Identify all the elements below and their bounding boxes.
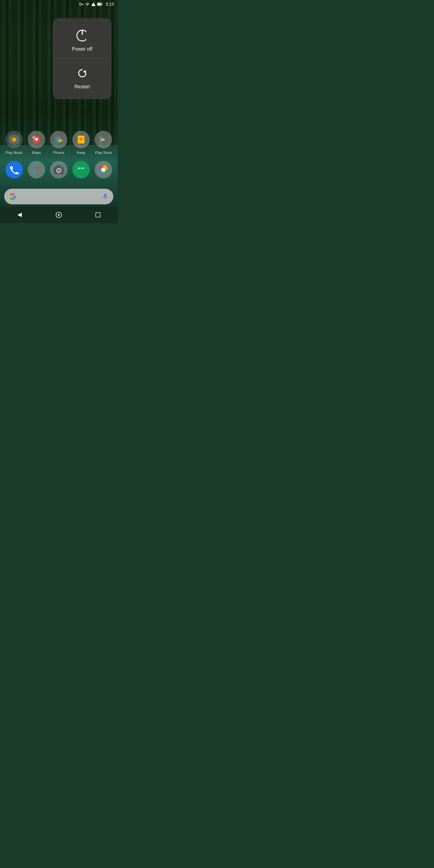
app-play-music[interactable]: Play Music <box>4 131 24 155</box>
svg-rect-48 <box>96 213 100 217</box>
chrome-icon <box>95 161 112 179</box>
power-off-label: Power off <box>72 46 92 52</box>
svg-point-14 <box>13 138 15 141</box>
status-bar: 5:15 <box>0 0 118 8</box>
camera-icon <box>50 161 67 179</box>
wifi-icon <box>85 2 90 6</box>
maps-icon: G <box>28 131 45 148</box>
power-off-button[interactable]: Power off <box>53 21 112 59</box>
keep-icon <box>72 131 90 148</box>
app-photos[interactable]: Photos <box>49 131 69 155</box>
app-chrome[interactable] <box>93 161 114 181</box>
search-bar[interactable] <box>4 189 113 204</box>
app-play-store[interactable]: Play Store <box>93 131 114 155</box>
recents-button[interactable] <box>91 208 104 221</box>
restart-icon <box>74 65 90 81</box>
restart-button[interactable]: Restart <box>53 59 112 96</box>
nav-bar <box>0 207 118 223</box>
svg-point-47 <box>58 214 60 216</box>
svg-rect-6 <box>101 4 102 5</box>
app-row-1: Play Music G Maps <box>3 131 115 155</box>
app-maps[interactable]: G Maps <box>26 131 47 155</box>
app-row-2: " " <box>3 161 115 181</box>
svg-point-37 <box>58 169 60 172</box>
play-store-label: Play Store <box>95 151 112 155</box>
svg-marker-4 <box>91 2 96 6</box>
maps-label: Maps <box>32 151 41 155</box>
google-logo <box>9 193 16 200</box>
svg-point-38 <box>61 167 62 169</box>
photos-icon <box>50 131 67 148</box>
signal-icon <box>91 2 96 6</box>
messenger-icon: " " <box>72 161 90 179</box>
play-music-label: Play Music <box>5 151 23 155</box>
keep-label: Keep <box>77 151 85 155</box>
app-drive[interactable] <box>26 161 47 181</box>
restart-label: Restart <box>74 84 90 90</box>
svg-rect-7 <box>97 3 101 5</box>
mic-icon[interactable] <box>102 193 108 200</box>
back-button[interactable] <box>13 208 26 221</box>
status-icons: 5:15 <box>79 2 114 7</box>
play-store-icon <box>95 131 112 148</box>
app-phone[interactable] <box>4 161 24 181</box>
home-button[interactable] <box>52 208 65 221</box>
status-time: 5:15 <box>106 2 114 7</box>
app-keep[interactable]: Keep <box>71 131 91 155</box>
photos-label: Photos <box>53 151 64 155</box>
app-camera[interactable] <box>49 161 69 181</box>
drive-icon <box>28 161 45 179</box>
svg-text:G: G <box>33 135 35 139</box>
phone-icon <box>5 161 23 179</box>
app-messenger[interactable]: " " <box>71 161 91 181</box>
svg-text:": " <box>81 166 85 175</box>
apps-container: Play Music G Maps <box>0 131 118 187</box>
svg-point-16 <box>35 138 38 141</box>
power-menu: Power off Restart <box>53 18 112 99</box>
svg-point-44 <box>101 167 105 172</box>
power-off-icon <box>74 28 90 43</box>
svg-point-0 <box>79 3 82 5</box>
play-music-icon <box>5 131 23 148</box>
svg-marker-45 <box>18 213 22 217</box>
svg-marker-10 <box>83 70 86 73</box>
battery-icon <box>97 2 102 6</box>
key-icon <box>79 3 84 6</box>
